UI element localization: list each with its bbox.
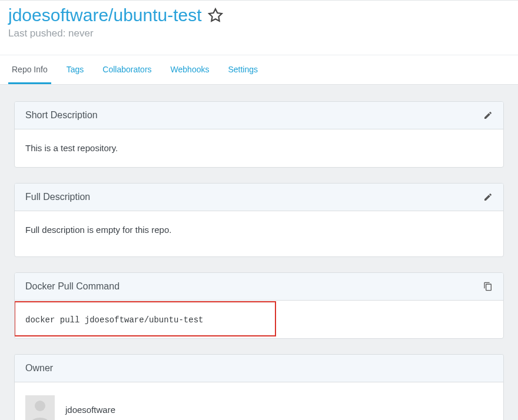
content: Short Description This is a test reposit… — [0, 85, 518, 420]
tab-webhooks[interactable]: Webhooks — [167, 55, 213, 84]
panel-header: Full Description — [15, 184, 503, 211]
edit-icon[interactable] — [483, 111, 493, 120]
tabs: Repo Info Tags Collaborators Webhooks Se… — [0, 55, 518, 84]
svg-point-2 — [35, 401, 45, 411]
page-root: jdoesoftware/ubuntu-test Last pushed: ne… — [0, 0, 518, 420]
panel-title: Owner — [25, 363, 53, 374]
full-description-text: Full description is empty for this repo. — [15, 211, 503, 257]
owner-row: jdoesoftware — [25, 395, 493, 420]
owner-name: jdoesoftware — [65, 404, 115, 416]
repo-name-link[interactable]: ubuntu-test — [113, 5, 201, 25]
panel-docker-pull: Docker Pull Command docker pull jdoesoft… — [14, 272, 504, 339]
tab-repo-info[interactable]: Repo Info — [8, 55, 51, 84]
panel-owner: Owner jdoesoftware — [14, 354, 504, 420]
panel-short-description: Short Description This is a test reposit… — [14, 101, 504, 168]
repo-header: jdoesoftware/ubuntu-test Last pushed: ne… — [0, 0, 518, 85]
panel-header: Short Description — [15, 102, 503, 129]
last-pushed: Last pushed: never — [0, 26, 518, 44]
tab-tags[interactable]: Tags — [63, 55, 88, 84]
panel-header: Docker Pull Command — [15, 273, 503, 301]
owner-body: jdoesoftware — [15, 382, 503, 420]
panel-title: Docker Pull Command — [25, 281, 119, 292]
tab-settings[interactable]: Settings — [224, 55, 261, 84]
panel-title: Short Description — [25, 110, 98, 121]
pull-command-body: docker pull jdoesoftware/ubuntu-test — [15, 301, 503, 338]
panel-header: Owner — [15, 355, 503, 382]
star-icon[interactable] — [208, 8, 223, 23]
panel-title: Full Description — [25, 192, 90, 202]
panel-full-description: Full Description Full description is emp… — [14, 183, 504, 258]
edit-icon[interactable] — [483, 192, 493, 202]
svg-marker-0 — [209, 9, 222, 21]
repo-owner-link[interactable]: jdoesoftware — [8, 5, 108, 25]
tab-collaborators[interactable]: Collaborators — [99, 55, 155, 84]
short-description-text: This is a test repository. — [15, 129, 503, 167]
avatar — [25, 395, 55, 420]
copy-icon[interactable] — [483, 282, 493, 291]
repo-title: jdoesoftware/ubuntu-test — [8, 5, 202, 25]
pull-command-text: docker pull jdoesoftware/ubuntu-test — [25, 315, 203, 325]
repo-title-row: jdoesoftware/ubuntu-test — [0, 4, 518, 26]
